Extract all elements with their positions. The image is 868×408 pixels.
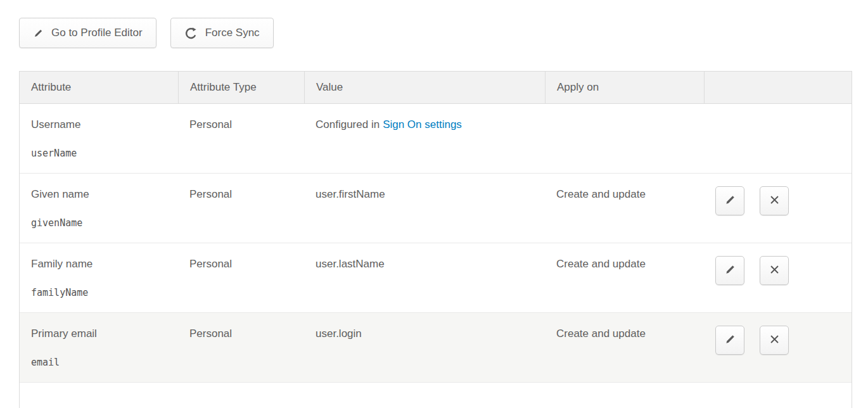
edit-mapping-button[interactable] [715, 256, 744, 285]
table-row-given-name: Given name givenName Personal user.first… [20, 174, 852, 243]
delete-mapping-button[interactable] [760, 186, 789, 215]
apply-on-cell: Create and update [545, 243, 704, 312]
apply-on-cell: Create and update [545, 313, 704, 382]
edit-mapping-button[interactable] [715, 326, 744, 355]
apply-on-cell: Create and update [545, 174, 704, 243]
value-cell: user.lastName [304, 243, 545, 312]
attribute-label: Primary email [31, 328, 97, 340]
header-actions [704, 72, 852, 103]
attribute-cell: Primary email email [20, 313, 178, 382]
force-sync-button[interactable]: Force Sync [170, 18, 274, 48]
attribute-variable-name: givenName [31, 217, 167, 229]
attribute-type-cell: Personal [178, 313, 304, 382]
force-sync-label: Force Sync [205, 27, 260, 39]
attribute-label: Given name [31, 188, 89, 200]
value-cell: user.firstName [304, 174, 545, 243]
edit-mapping-button[interactable] [715, 186, 744, 215]
actions-cell [704, 313, 852, 382]
actions-cell [704, 243, 852, 312]
table-empty-row [20, 383, 852, 408]
attribute-variable-name: familyName [31, 287, 167, 298]
go-to-profile-editor-label: Go to Profile Editor [51, 27, 143, 39]
table-row-username: Username userName Personal Configured in… [20, 104, 852, 174]
attribute-cell: Family name familyName [20, 243, 178, 312]
header-attribute: Attribute [20, 72, 178, 103]
value-text: Configured in [316, 118, 380, 131]
x-icon [769, 194, 780, 207]
attribute-type-cell: Personal [178, 174, 304, 243]
go-to-profile-editor-button[interactable]: Go to Profile Editor [19, 18, 156, 48]
x-icon [769, 334, 780, 347]
attribute-variable-name: email [31, 357, 167, 368]
actions-cell [704, 174, 852, 243]
header-apply-on: Apply on [545, 72, 704, 103]
attribute-label: Username [31, 118, 80, 131]
pencil-icon [33, 28, 44, 39]
value-cell: user.login [304, 313, 545, 382]
pencil-icon [724, 264, 736, 277]
attribute-mappings-page: Go to Profile Editor Force Sync Attribut… [0, 0, 868, 408]
value-cell: Configured inSign On settings [304, 104, 545, 173]
attribute-mapping-table: Attribute Attribute Type Value Apply on … [19, 71, 852, 408]
header-attribute-type: Attribute Type [178, 72, 304, 103]
header-value: Value [304, 72, 545, 103]
apply-on-cell [545, 104, 704, 173]
x-icon [769, 264, 780, 277]
table-header-row: Attribute Attribute Type Value Apply on [20, 72, 852, 104]
table-row-primary-email: Primary email email Personal user.login … [20, 313, 852, 383]
table-row-family-name: Family name familyName Personal user.las… [20, 243, 852, 313]
toolbar: Go to Profile Editor Force Sync [19, 18, 852, 48]
actions-cell [704, 104, 852, 173]
pencil-icon [724, 333, 736, 347]
pencil-icon [724, 194, 736, 208]
attribute-label: Family name [31, 258, 93, 270]
delete-mapping-button[interactable] [760, 256, 789, 285]
sign-on-settings-link[interactable]: Sign On settings [383, 118, 462, 131]
attribute-type-cell: Personal [178, 104, 304, 173]
attribute-cell: Username userName [20, 104, 178, 173]
refresh-icon [184, 27, 198, 40]
attribute-variable-name: userName [31, 148, 167, 159]
attribute-cell: Given name givenName [20, 174, 178, 243]
attribute-type-cell: Personal [178, 243, 304, 312]
delete-mapping-button[interactable] [760, 326, 789, 355]
